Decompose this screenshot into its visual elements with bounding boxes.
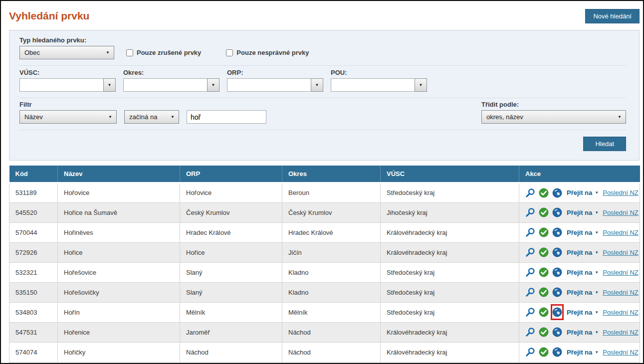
table-row: 531189 Hořovice Hořovice Beroun Středoče… (9, 182, 640, 202)
pou-dropdown-button[interactable]: ▼ (415, 78, 427, 92)
cell-okres: Náchod (282, 342, 381, 362)
table-row: 572926 Hořice Hořice Jičín Královéhradec… (9, 242, 640, 262)
last-nz-link[interactable]: Poslední NZ (603, 229, 639, 236)
filter-group: Filtr Název ▼ začíná na ▼ (19, 101, 266, 124)
last-nz-link[interactable]: Poslední NZ (603, 329, 639, 336)
magnifier-icon[interactable] (525, 188, 535, 198)
only-cancelled-checkbox-row[interactable]: Pouze zrušené prvky (126, 49, 201, 56)
cell-okres: Český Krumlov (282, 202, 381, 222)
new-search-button[interactable]: Nové hledání (585, 9, 640, 23)
cell-vusc: Středočeský kraj (381, 282, 519, 302)
cell-akce: Přejít na ▼ Poslední NZ (519, 262, 640, 282)
globe-icon[interactable] (552, 227, 562, 237)
vusc-dropdown-button[interactable]: ▼ (103, 78, 116, 92)
globe-icon[interactable] (552, 247, 562, 257)
goto-dropdown[interactable]: Přejít na ▼ (567, 269, 599, 276)
last-nz-link[interactable]: Poslední NZ (603, 209, 639, 216)
magnifier-icon[interactable] (525, 287, 535, 297)
green-check-circle-icon[interactable] (539, 267, 549, 277)
goto-label: Přejít na (567, 189, 592, 196)
chevron-down-icon: ▼ (106, 51, 110, 55)
type-select[interactable]: Obec ▼ (19, 46, 114, 59)
green-check-circle-icon[interactable] (539, 327, 549, 337)
goto-dropdown[interactable]: Přejít na ▼ (567, 309, 599, 316)
magnifier-icon[interactable] (525, 247, 535, 257)
search-button[interactable]: Hledat (583, 137, 626, 151)
filter-field-select[interactable]: Název ▼ (19, 110, 117, 124)
orp-input[interactable] (227, 78, 311, 92)
cell-orp: Slaný (180, 262, 282, 282)
cell-orp: Český Krumlov (180, 202, 282, 222)
magnifier-icon[interactable] (525, 207, 535, 217)
last-nz-link[interactable]: Poslední NZ (603, 189, 639, 196)
globe-icon[interactable] (552, 188, 562, 198)
globe-icon[interactable] (552, 327, 562, 337)
green-check-circle-icon[interactable] (539, 188, 549, 198)
magnifier-icon[interactable] (525, 267, 535, 277)
goto-dropdown[interactable]: Přejít na ▼ (567, 209, 599, 216)
goto-dropdown[interactable]: Přejít na ▼ (567, 289, 599, 296)
sort-select-value: okres, název (486, 113, 523, 121)
last-nz-link[interactable]: Poslední NZ (603, 349, 639, 356)
last-nz-link[interactable]: Poslední NZ (603, 289, 639, 296)
form-row-submit: Hledat (19, 137, 626, 151)
type-label: Typ hledaného prvku: (19, 36, 114, 44)
only-incorrect-checkbox[interactable] (226, 49, 233, 56)
form-row-type: Typ hledaného prvku: Obec ▼ Pouze zrušen… (19, 36, 626, 59)
goto-dropdown[interactable]: Přejít na ▼ (567, 229, 599, 236)
last-nz-link[interactable]: Poslední NZ (603, 309, 639, 316)
globe-icon[interactable] (552, 267, 562, 277)
cell-vusc: Jihočeský kraj (381, 202, 519, 222)
goto-label: Přejít na (567, 229, 592, 236)
goto-dropdown[interactable]: Přejít na ▼ (567, 249, 599, 256)
cell-nazev: Hořice na Šumavě (58, 202, 180, 222)
magnifier-icon[interactable] (525, 327, 535, 337)
chevron-down-icon: ▼ (595, 310, 599, 315)
globe-icon[interactable] (552, 347, 562, 357)
vusc-label: VÚSC: (19, 69, 116, 76)
orp-dropdown-button[interactable]: ▼ (311, 78, 323, 92)
cell-nazev: Hořenice (58, 322, 180, 342)
goto-dropdown[interactable]: Přejít na ▼ (567, 349, 599, 356)
goto-dropdown[interactable]: Přejít na ▼ (567, 329, 599, 336)
last-nz-link[interactable]: Poslední NZ (603, 269, 639, 276)
cell-nazev: Hořiněves (58, 222, 180, 242)
sort-select[interactable]: okres, název ▼ (481, 110, 626, 124)
column-header: ORP (180, 166, 282, 182)
green-check-circle-icon[interactable] (539, 247, 549, 257)
page-title: Vyhledání prvku (9, 9, 89, 23)
cell-okres: Náchod (282, 322, 381, 342)
pou-input[interactable] (331, 78, 415, 92)
globe-icon[interactable] (552, 207, 562, 217)
magnifier-icon[interactable] (525, 347, 535, 357)
column-header: Název (58, 166, 180, 182)
filter-operator-select[interactable]: začíná na ▼ (124, 110, 179, 124)
okres-input[interactable] (123, 78, 207, 92)
table-row: 545520 Hořice na Šumavě Český Krumlov Če… (9, 202, 640, 222)
only-cancelled-checkbox[interactable] (126, 49, 133, 56)
pou-label: POU: (331, 69, 427, 76)
magnifier-icon[interactable] (525, 307, 535, 317)
magnifier-icon[interactable] (525, 227, 535, 237)
green-check-circle-icon[interactable] (539, 227, 549, 237)
green-check-circle-icon[interactable] (539, 307, 549, 317)
globe-icon[interactable] (552, 287, 562, 297)
cell-kod: 531189 (9, 182, 58, 202)
green-check-circle-icon[interactable] (539, 347, 549, 357)
last-nz-link[interactable]: Poslední NZ (603, 249, 639, 256)
goto-label: Přejít na (567, 329, 592, 336)
green-check-circle-icon[interactable] (539, 207, 549, 217)
cell-nazev: Hořešovičky (58, 282, 180, 302)
orp-group: ORP: ▼ (227, 69, 323, 92)
filter-text-input[interactable] (187, 110, 266, 124)
screenshot-frame: Vyhledání prvku Nové hledání Typ hledané… (0, 0, 644, 364)
vusc-input[interactable] (19, 78, 103, 92)
okres-dropdown-button[interactable]: ▼ (207, 78, 219, 92)
chevron-down-icon: ▼ (212, 83, 215, 87)
goto-dropdown[interactable]: Přejít na ▼ (567, 189, 599, 196)
green-check-circle-icon[interactable] (539, 287, 549, 297)
table-row: 534803 Hořín Mělník Mělník Středočeský k… (9, 302, 640, 322)
chevron-down-icon: ▼ (315, 83, 319, 87)
only-incorrect-checkbox-row[interactable]: Pouze nesprávné prvky (226, 49, 309, 56)
globe-icon[interactable] (552, 307, 562, 317)
